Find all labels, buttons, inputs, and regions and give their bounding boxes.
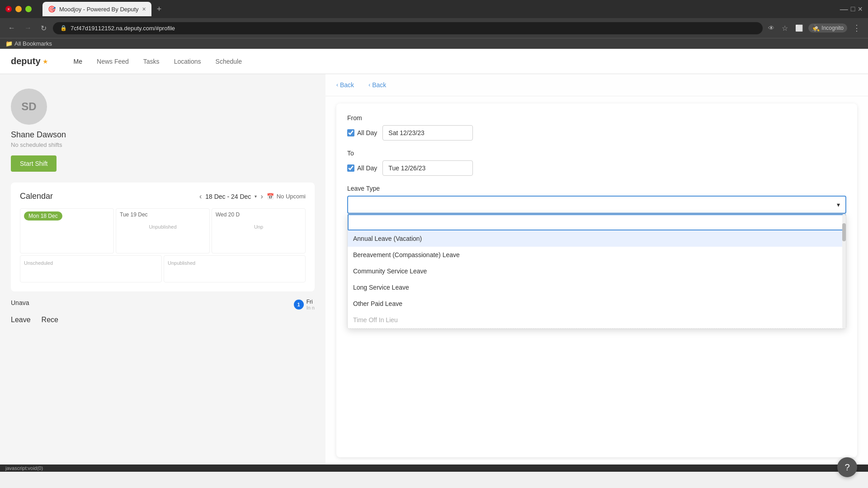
window-maximize-btn2[interactable]: □ — [851, 5, 855, 13]
dropdown-scrollbar[interactable] — [842, 214, 846, 328]
new-tab-button[interactable]: + — [153, 5, 165, 14]
leave-type-section: Leave Type ▾ Annual Leave (Vacation) Ber… — [347, 185, 846, 214]
from-allday-text: All Day — [357, 129, 377, 136]
to-allday-label[interactable]: All Day — [347, 164, 377, 172]
calendar-date-range[interactable]: 18 Dec - 24 Dec — [205, 193, 251, 200]
window-maximize-button[interactable] — [25, 6, 32, 12]
day-body-mon — [20, 223, 113, 230]
to-section: To All Day — [347, 150, 846, 176]
browser-status-bar: javascript:void(0) — [0, 465, 868, 472]
fri-sublabel: In n — [307, 305, 315, 310]
calendar-day-mon: Mon 18 Dec — [20, 208, 114, 253]
dropdown-option-community-service[interactable]: Community Service Leave — [348, 263, 846, 279]
nav-item-news-feed[interactable]: News Feed — [97, 56, 129, 67]
dropdown-option-long-service[interactable]: Long Service Leave — [348, 279, 846, 296]
tue-label: Tue 19 Dec — [120, 211, 148, 218]
split-view-button[interactable]: ⬜ — [793, 23, 805, 33]
to-date-input[interactable] — [382, 160, 473, 176]
browser-tab-bar: 🎯 Moodjoy - Powered By Deputy × + — [39, 1, 836, 17]
unscheduled-row: Unscheduled Unpublished — [20, 255, 306, 282]
tab-close-icon[interactable]: × — [142, 5, 146, 13]
unpublished-col: Unpublished — [164, 255, 306, 282]
status-bar-text: javascript:void(0) — [5, 465, 43, 471]
profile-status: No scheduled shifts — [11, 141, 62, 148]
upcoming-label: No Upcomi — [277, 193, 306, 200]
from-date-input[interactable] — [382, 125, 473, 141]
forward-navigation-button[interactable]: → — [22, 22, 34, 34]
bookmarks-bar-label[interactable]: All Bookmarks — [14, 40, 52, 47]
back-label-1: Back — [340, 81, 354, 89]
nav-item-schedule[interactable]: Schedule — [216, 56, 242, 67]
nav-item-tasks[interactable]: Tasks — [143, 56, 160, 67]
extensions-button[interactable]: 👁 — [766, 23, 776, 33]
dropdown-option-other-paid[interactable]: Other Paid Leave — [348, 296, 846, 312]
dropdown-option-bereavement[interactable]: Bereavement (Compassionate) Leave — [348, 247, 846, 263]
window-minimize-btn2[interactable]: — — [840, 5, 848, 14]
left-panel: SD Shane Dawson No scheduled shifts Star… — [0, 74, 326, 465]
back-buttons-area: ‹ Back ‹ Back — [326, 74, 868, 96]
address-lock-icon: 🔒 — [60, 25, 67, 31]
incognito-icon: 🕵 — [812, 24, 820, 32]
start-shift-button[interactable]: Start Shift — [11, 155, 57, 172]
leave-type-dropdown-menu: Annual Leave (Vacation) Bereavement (Com… — [347, 214, 846, 329]
scrollbar-thumb — [842, 223, 846, 241]
upcoming-calendar-icon: 📅 — [267, 193, 274, 200]
back-button-1[interactable]: ‹ Back — [336, 81, 354, 89]
nav-item-me[interactable]: Me — [74, 56, 82, 67]
main-content: SD Shane Dawson No scheduled shifts Star… — [0, 74, 868, 465]
leave-type-dropdown-trigger[interactable]: ▾ — [347, 196, 846, 214]
window-close-button[interactable]: × — [5, 6, 12, 12]
unavailable-section: Unava — [11, 299, 287, 307]
avatar: SD — [11, 89, 47, 125]
to-row: All Day — [347, 160, 846, 176]
dropdown-option-annual-leave[interactable]: Annual Leave (Vacation) — [348, 230, 846, 247]
from-section: From All Day — [347, 114, 846, 141]
back-chevron-1: ‹ — [336, 82, 338, 88]
calendar-grid: Mon 18 Dec Tue 19 Dec Unpublished Wed 20… — [20, 208, 306, 253]
day-body-tue: Unpublished — [116, 221, 209, 233]
calendar-prev-button[interactable]: ‹ — [199, 192, 202, 201]
logo-star-icon: ★ — [42, 58, 48, 65]
leave-section-label: Leave — [11, 316, 31, 324]
browser-menu-button[interactable]: ⋮ — [851, 21, 863, 35]
leave-type-search-input[interactable] — [348, 214, 846, 230]
right-overlay-panel: ‹ Back ‹ Back From All Day — [326, 74, 868, 465]
back-navigation-button[interactable]: ← — [5, 22, 18, 34]
from-allday-label[interactable]: All Day — [347, 129, 377, 136]
wed-label: Wed 20 D — [216, 211, 240, 218]
refresh-button[interactable]: ↻ — [38, 22, 49, 34]
browser-tab-active[interactable]: 🎯 Moodjoy - Powered By Deputy × — [42, 2, 151, 16]
bookmark-button[interactable]: ☆ — [780, 22, 790, 34]
leave-type-dropdown-container: ▾ Annual Leave (Vacation) Bereavement (C… — [347, 196, 846, 214]
from-allday-checkbox[interactable] — [347, 129, 354, 136]
dropdown-arrow-icon: ▾ — [837, 201, 840, 208]
day-header-mon: Mon 18 Dec — [20, 209, 113, 223]
deputy-logo: deputy ★ — [11, 56, 48, 66]
dropdown-option-time-off[interactable]: Time Off In Lieu — [348, 312, 846, 328]
logo-text: deputy — [11, 56, 41, 66]
leave-recent-row: Leave Rece — [11, 316, 315, 329]
today-pill: Mon 18 Dec — [24, 211, 62, 221]
nav-item-locations[interactable]: Locations — [174, 56, 201, 67]
help-button[interactable]: ? — [837, 457, 857, 477]
window-minimize-button[interactable] — [15, 6, 22, 12]
calendar-navigation: ‹ 18 Dec - 24 Dec ▾ › 📅 No Upcomi — [199, 192, 306, 201]
profile-name: Shane Dawson — [11, 130, 66, 140]
calendar-header: Calendar ‹ 18 Dec - 24 Dec ▾ › 📅 No Upco… — [20, 192, 306, 201]
browser-titlebar: × 🎯 Moodjoy - Powered By Deputy × + — □ … — [0, 0, 868, 18]
address-bar[interactable]: 🔒 7cf47d19112152.na.deputy.com/#profile — [53, 22, 763, 34]
day-body-wed: Unp — [212, 221, 305, 233]
back-chevron-2: ‹ — [368, 82, 370, 88]
calendar-next-button[interactable]: › — [260, 192, 263, 201]
tab-title: Moodjoy - Powered By Deputy — [59, 6, 139, 13]
from-label: From — [347, 114, 846, 122]
window-close-btn2[interactable]: × — [858, 5, 863, 14]
top-navigation: deputy ★ Me News Feed Tasks Locations Sc… — [0, 49, 868, 74]
window-controls: × — [5, 6, 32, 12]
browser-window: × 🎯 Moodjoy - Powered By Deputy × + — □ … — [0, 0, 868, 49]
leave-form-panel: From All Day To All — [336, 103, 857, 457]
calendar-day-tue: Tue 19 Dec Unpublished — [116, 208, 210, 253]
back-button-2[interactable]: ‹ Back — [368, 81, 386, 89]
unavailable-label: Unava — [11, 299, 29, 306]
to-allday-checkbox[interactable] — [347, 164, 354, 172]
